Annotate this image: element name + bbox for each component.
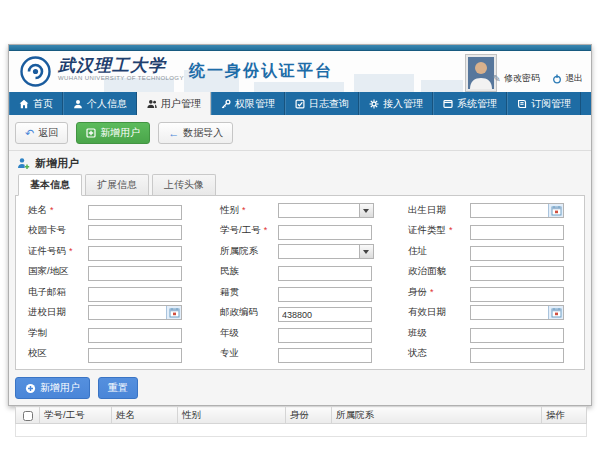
nav-item-log-query[interactable]: 日志查询 — [285, 92, 359, 115]
study-length-input[interactable] — [88, 328, 182, 343]
calendar-icon[interactable] — [548, 204, 563, 217]
study-length-label: 学制 — [28, 327, 88, 340]
calendar-icon[interactable] — [166, 306, 181, 319]
add-user-submit-button[interactable]: 新增用户 — [15, 377, 90, 399]
nav-label: 系统管理 — [457, 97, 497, 111]
basic-info-form: 姓名* 性别* 出生日期 校园卡号 学号/工号* 证件类型* 证件号码* 所属院… — [15, 196, 585, 370]
grade-input[interactable] — [278, 328, 372, 343]
campus-input[interactable] — [88, 348, 182, 363]
user-table: 学号/工号 姓名 性别 身份 所属院系 操作 — [15, 406, 587, 437]
home-icon — [19, 99, 29, 109]
nav-label: 用户管理 — [161, 97, 201, 111]
required-marker: * — [430, 287, 434, 297]
id-number-label: 证件号码* — [28, 245, 88, 258]
back-button[interactable]: ↶ 返回 — [15, 122, 68, 144]
political-status-label: 政治面貌 — [408, 265, 470, 278]
birth-date-input[interactable] — [470, 203, 564, 218]
nav-item-personal-info[interactable]: 个人信息 — [63, 92, 137, 115]
name-input[interactable] — [88, 205, 182, 220]
ethnicity-label: 民族 — [220, 265, 278, 278]
major-input[interactable] — [278, 348, 372, 363]
key-icon — [221, 99, 231, 109]
birth-date-label: 出生日期 — [408, 204, 470, 217]
ethnicity-input[interactable] — [278, 266, 372, 281]
nav-item-user-management[interactable]: 用户管理 — [137, 92, 211, 115]
department-label: 所属院系 — [220, 245, 278, 258]
main-nav: 首页 个人信息 用户管理 权限管理 日志查询 接入管理 系统管理 订阅管理 — [9, 92, 591, 115]
student-id-label: 学号/工号* — [220, 224, 278, 237]
nav-label: 日志查询 — [309, 97, 349, 111]
identity-label: 身份* — [408, 286, 470, 299]
nav-label: 首页 — [33, 97, 53, 111]
add-user-section-icon — [17, 157, 30, 170]
skyline-decoration — [354, 74, 414, 92]
id-type-input[interactable] — [470, 225, 564, 240]
nav-item-access-management[interactable]: 接入管理 — [359, 92, 433, 115]
entry-date-label: 进校日期 — [28, 306, 88, 319]
change-password-link[interactable]: ✎ 修改密码 — [493, 72, 540, 85]
tab-basic-info[interactable]: 基本信息 — [18, 174, 82, 196]
nav-item-subscription-management[interactable]: 订阅管理 — [507, 92, 581, 115]
native-place-input[interactable] — [278, 287, 372, 302]
logout-link[interactable]: 退出 — [552, 72, 583, 85]
country-input[interactable] — [88, 266, 182, 281]
add-user-toolbar-button[interactable]: 新增用户 — [76, 122, 150, 144]
required-marker: * — [264, 225, 268, 235]
email-input[interactable] — [88, 287, 182, 302]
postal-code-input[interactable] — [278, 307, 372, 322]
id-number-input[interactable] — [88, 246, 182, 261]
section-title-row: 新增用户 — [9, 151, 591, 174]
nav-item-home[interactable]: 首页 — [9, 92, 63, 115]
postal-code-label: 邮政编码 — [220, 306, 278, 319]
nav-item-system-management[interactable]: 系统管理 — [433, 92, 507, 115]
university-logo — [20, 56, 51, 91]
skyline-decoration — [254, 82, 344, 92]
users-icon — [147, 99, 157, 109]
col-student-id: 学号/工号 — [40, 407, 112, 424]
add-user-icon — [86, 128, 96, 138]
add-user-button-label: 新增用户 — [100, 126, 140, 140]
gender-label: 性别* — [220, 204, 278, 217]
pencil-icon: ✎ — [493, 73, 501, 84]
gender-select[interactable] — [278, 203, 374, 218]
name-label: 姓名* — [28, 204, 88, 217]
gear-icon — [369, 99, 379, 109]
nav-item-permission-management[interactable]: 权限管理 — [211, 92, 285, 115]
entry-date-input[interactable] — [88, 305, 182, 320]
col-identity: 身份 — [286, 407, 332, 424]
nav-label: 权限管理 — [235, 97, 275, 111]
required-marker: * — [69, 246, 73, 256]
data-import-button-label: 数据导入 — [183, 126, 223, 140]
address-input[interactable] — [470, 246, 564, 261]
book-icon — [517, 99, 527, 109]
platform-title: 统一身份认证平台 — [189, 61, 333, 82]
col-department: 所属院系 — [332, 407, 542, 424]
data-import-button[interactable]: ← 数据导入 — [158, 122, 233, 144]
status-label: 状态 — [408, 347, 470, 360]
calendar-icon[interactable] — [548, 306, 563, 319]
logout-label: 退出 — [565, 72, 583, 85]
chevron-down-icon — [359, 245, 373, 258]
email-label: 电子邮箱 — [28, 286, 88, 299]
change-password-label: 修改密码 — [504, 72, 540, 85]
select-all-checkbox[interactable] — [23, 411, 33, 421]
status-input[interactable] — [470, 348, 564, 363]
back-button-label: 返回 — [38, 126, 58, 140]
col-operation: 操作 — [542, 407, 587, 424]
tab-extended-info[interactable]: 扩展信息 — [85, 174, 149, 195]
toolbar: ↶ 返回 新增用户 ← 数据导入 — [9, 115, 591, 151]
tab-label: 基本信息 — [30, 178, 70, 192]
valid-date-input[interactable] — [470, 305, 564, 320]
class-input[interactable] — [470, 328, 564, 343]
nav-label: 个人信息 — [87, 97, 127, 111]
identity-input[interactable] — [470, 287, 564, 302]
reset-button[interactable]: 重置 — [98, 377, 138, 399]
class-label: 班级 — [408, 327, 470, 340]
political-status-input[interactable] — [470, 266, 564, 281]
campus-card-input[interactable] — [88, 225, 182, 240]
department-select[interactable] — [278, 244, 374, 259]
student-id-input[interactable] — [278, 225, 372, 240]
tab-upload-avatar[interactable]: 上传头像 — [152, 174, 216, 195]
col-name: 姓名 — [112, 407, 178, 424]
university-name-block: 武汉理工大学 WUHAN UNIVERSITY OF TECHNOLOGY — [58, 56, 184, 81]
